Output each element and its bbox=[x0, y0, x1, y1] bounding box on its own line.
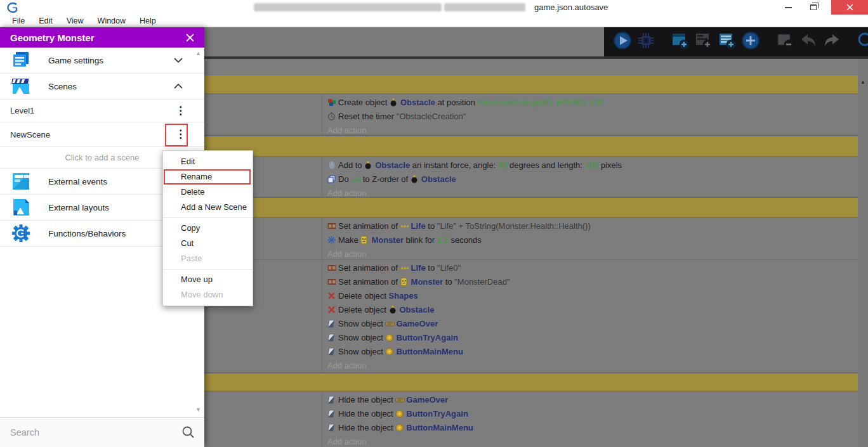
event-action[interactable]: Hide the object ButtonTryAgain bbox=[327, 407, 858, 421]
sidebar-item-label: External events bbox=[48, 177, 107, 186]
search-icon[interactable] bbox=[181, 425, 195, 439]
close-drawer-button[interactable] bbox=[184, 32, 195, 43]
chevron-down-icon[interactable] bbox=[174, 58, 183, 63]
event-action[interactable]: Make Monster blink for 1.5 seconds bbox=[327, 233, 858, 247]
redo-button[interactable] bbox=[822, 32, 841, 51]
text-segment: Delete object bbox=[338, 305, 389, 314]
add-subevent-button[interactable] bbox=[694, 32, 713, 51]
event-action[interactable]: Show object GameOver bbox=[327, 317, 858, 331]
event-action[interactable]: Hide the object GameOver bbox=[327, 393, 858, 407]
kebab-menu-icon[interactable]: ⋮ bbox=[175, 131, 183, 138]
drawer-scroll-down-icon[interactable]: ▼ bbox=[195, 406, 201, 413]
text-segment: Delete object bbox=[338, 291, 389, 301]
event-action[interactable]: Add to Obstacle an instant force, angle:… bbox=[327, 159, 858, 172]
event-action[interactable]: Show object ButtonTryAgain bbox=[327, 331, 858, 345]
context-menu-item-copy[interactable]: Copy bbox=[163, 221, 253, 236]
add-action-button[interactable]: Add action bbox=[327, 186, 858, 197]
text-segment: ButtonTryAgain bbox=[406, 409, 468, 418]
add-event-button[interactable] bbox=[671, 32, 690, 51]
close-icon bbox=[185, 33, 195, 42]
button-gold-icon bbox=[395, 424, 405, 432]
text-segment: Make bbox=[338, 235, 360, 245]
menu-window[interactable]: Window bbox=[91, 15, 133, 27]
context-menu-item-add-a-new-scene[interactable]: Add a New Scene bbox=[163, 200, 253, 215]
menu-file[interactable]: File bbox=[5, 15, 32, 27]
kebab-menu-icon[interactable]: ⋮ bbox=[175, 108, 183, 114]
add-action-button[interactable]: Add action bbox=[327, 124, 858, 134]
search-button[interactable] bbox=[857, 32, 868, 51]
event-action[interactable]: Create object Obstacle at position Rando… bbox=[327, 96, 858, 110]
context-menu-item-paste: Paste bbox=[163, 251, 253, 266]
play-button[interactable] bbox=[613, 32, 632, 51]
menu-view[interactable]: View bbox=[60, 15, 91, 27]
add-circle-button[interactable] bbox=[741, 32, 760, 51]
text-segment: GameOver bbox=[406, 395, 448, 405]
event-action[interactable]: Delete object Shapes bbox=[327, 289, 858, 303]
context-menu-item-move-up[interactable]: Move up bbox=[163, 272, 253, 287]
text-segment: Do bbox=[338, 174, 351, 184]
close-window-button[interactable] bbox=[831, 0, 868, 15]
sidebar-item-game-settings[interactable]: Game settings bbox=[0, 48, 204, 74]
event-action[interactable]: Do =4 to Z-order of Obstacle bbox=[327, 172, 858, 186]
event-action[interactable]: Delete object Obstacle bbox=[327, 303, 858, 317]
context-menu-item-cut[interactable]: Cut bbox=[163, 236, 253, 251]
event-action[interactable]: Reset the timer "ObstacleCreation" bbox=[327, 110, 858, 124]
add-action-button[interactable]: Add action bbox=[327, 359, 858, 372]
animation-icon bbox=[327, 264, 337, 272]
visibility-icon bbox=[327, 334, 337, 342]
scene-item-newscene[interactable]: NewScene ⋮ bbox=[0, 122, 204, 147]
text-segment: Life bbox=[411, 263, 426, 273]
event-action[interactable]: Set animation of Life to "Life0" bbox=[327, 261, 858, 275]
obstacle-icon bbox=[364, 161, 374, 169]
gameover-banner-icon bbox=[385, 320, 395, 328]
debug-button[interactable] bbox=[636, 32, 655, 51]
functions-behaviors-icon bbox=[10, 223, 32, 244]
context-menu-item-rename[interactable]: Rename bbox=[163, 169, 253, 185]
context-menu-item-edit[interactable]: Edit bbox=[163, 154, 253, 169]
undo-button[interactable] bbox=[799, 32, 818, 51]
text-segment: Obstacle bbox=[400, 98, 435, 107]
events-scrollbar[interactable]: ▲ bbox=[858, 59, 868, 447]
obstacle-icon bbox=[390, 98, 399, 107]
visibility-icon bbox=[327, 410, 337, 418]
event-actions-cell: Add to Obstacle an instant force, angle:… bbox=[322, 157, 858, 197]
add-subevent-icon bbox=[694, 31, 713, 53]
scenes-icon bbox=[10, 75, 32, 97]
button-gold-icon bbox=[395, 410, 405, 418]
events-toolbar bbox=[604, 27, 868, 56]
event-actions-cell: Set animation of Life to "Life" + ToStri… bbox=[322, 218, 858, 259]
event-action[interactable]: Hide the object ButtonMainMenu bbox=[327, 421, 858, 435]
add-circle-icon bbox=[741, 31, 760, 53]
gameover-banner-icon bbox=[395, 396, 405, 404]
text-segment: Add to bbox=[338, 160, 364, 170]
context-menu-item-move-down: Move down bbox=[163, 287, 253, 302]
scene-item-level1[interactable]: Level1 ⋮ bbox=[0, 100, 204, 122]
undo-icon bbox=[799, 31, 818, 53]
sidebar-item-scenes[interactable]: Scenes bbox=[0, 74, 204, 100]
chevron-up-icon[interactable] bbox=[174, 84, 183, 89]
remove-event-icon bbox=[775, 31, 794, 53]
text-segment: Monster bbox=[411, 277, 444, 287]
menu-edit[interactable]: Edit bbox=[32, 15, 60, 27]
event-action[interactable]: Set animation of Monster to "MonsterDead… bbox=[327, 275, 858, 289]
scroll-up-icon[interactable]: ▲ bbox=[858, 79, 868, 85]
search-bar bbox=[0, 417, 204, 447]
add-action-button[interactable]: Add action bbox=[327, 435, 858, 447]
remove-event-button[interactable] bbox=[775, 32, 794, 51]
minimize-button[interactable] bbox=[775, 0, 801, 15]
event-action[interactable]: Show object ButtonMainMenu bbox=[327, 345, 858, 359]
visibility-icon bbox=[327, 424, 337, 432]
add-comment-button[interactable] bbox=[718, 32, 737, 51]
text-segment: 90 bbox=[498, 160, 507, 170]
menu-help[interactable]: Help bbox=[133, 15, 163, 27]
context-menu-item-delete[interactable]: Delete bbox=[163, 185, 253, 200]
text-segment: Show object bbox=[338, 347, 385, 356]
event-action[interactable]: Set animation of Life to "Life" + ToStri… bbox=[327, 219, 858, 233]
text-segment: "Life" + ToString(Monster.Health::Health… bbox=[437, 221, 591, 231]
drawer-scroll-up-icon[interactable]: ▲ bbox=[195, 50, 201, 56]
search-input[interactable] bbox=[10, 427, 169, 437]
animation-icon bbox=[327, 278, 337, 286]
restore-button[interactable] bbox=[801, 0, 826, 15]
add-action-button[interactable]: Add action bbox=[327, 247, 858, 259]
life-dots-icon bbox=[400, 222, 410, 230]
